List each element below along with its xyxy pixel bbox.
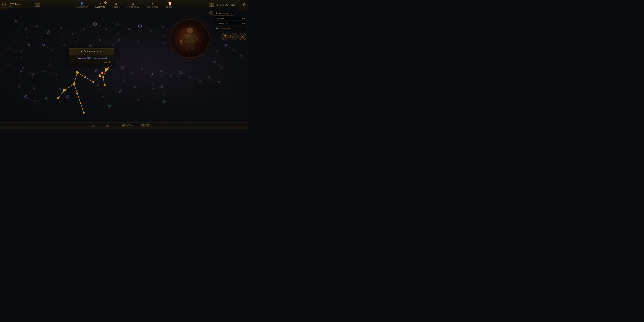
l1-button-badge[interactable]: L1	[35, 4, 40, 6]
svg-point-192	[123, 80, 125, 81]
quests-tab-label: Quests	[166, 6, 174, 8]
svg-point-143	[7, 64, 9, 65]
svg-point-4	[19, 84, 45, 110]
r1-button-badge[interactable]: R1	[209, 4, 214, 6]
weapon-set-1-icon: |	[216, 17, 216, 20]
dex-value: 7	[234, 34, 234, 37]
svg-line-46	[74, 72, 77, 84]
svg-point-160	[189, 76, 191, 78]
svg-line-91	[98, 85, 103, 96]
filter-label: Filter	[131, 125, 136, 127]
tab-passives[interactable]: 1 ✛ Passives	[92, 1, 109, 9]
svg-line-93	[122, 68, 124, 80]
weapon-set-1-row[interactable]: | Weapon Set 2 (2)	[214, 16, 246, 20]
svg-line-35	[8, 64, 21, 71]
svg-point-129	[89, 46, 92, 48]
svg-point-119	[94, 22, 96, 26]
cosmetics-tab-label: Cosmetics	[146, 6, 158, 8]
svg-line-36	[21, 71, 32, 74]
svg-point-195	[138, 99, 139, 100]
skill-points-plus-icon: ✛	[216, 12, 218, 15]
svg-point-101	[25, 28, 26, 30]
svg-line-96	[135, 87, 138, 100]
character-figure	[171, 20, 209, 58]
svg-line-40	[85, 77, 94, 82]
str-value: 40	[224, 34, 226, 37]
svg-line-67	[50, 50, 52, 64]
left-portrait-icon: ☩	[2, 2, 6, 8]
passives-tab-icon: ✛	[99, 2, 102, 6]
svg-line-9	[61, 27, 72, 34]
character-portrait-right: 🗡	[240, 0, 248, 10]
svg-point-164	[76, 71, 78, 74]
svg-line-5	[16, 21, 26, 29]
svg-line-98	[161, 71, 162, 87]
tooltip-info-label: Info	[104, 61, 106, 63]
tooltip-info-key[interactable]: R	[108, 61, 111, 63]
tab-quests[interactable]: 📜 Quests	[162, 1, 178, 9]
svg-line-74	[132, 69, 142, 72]
tab-character[interactable]: 👤 Character	[72, 1, 92, 9]
svg-point-156	[150, 73, 153, 75]
svg-line-48	[77, 94, 80, 103]
svg-line-17	[151, 27, 162, 30]
svg-line-90	[96, 71, 98, 85]
svg-point-167	[99, 74, 101, 77]
tab-inventory[interactable]: ⚙ Inventory	[123, 1, 143, 9]
action-zoom: L2 R2 Zoom	[141, 124, 156, 127]
svg-point-140	[241, 56, 242, 57]
svg-point-200	[108, 105, 111, 108]
search-input[interactable]	[219, 28, 244, 30]
svg-point-177	[57, 98, 59, 99]
action-recenter: △ Recenter	[106, 124, 118, 127]
svg-point-166	[92, 81, 94, 83]
info-icon: i	[211, 12, 212, 14]
action-filter: L1 ☰ Filter	[122, 124, 136, 127]
svg-line-61	[204, 56, 214, 61]
svg-point-173	[76, 92, 78, 94]
l2-zoom-badge: L2	[141, 124, 145, 127]
svg-point-113	[162, 26, 164, 28]
svg-point-162	[208, 76, 210, 78]
svg-point-171	[104, 84, 106, 86]
svg-line-66	[234, 50, 242, 56]
svg-point-207	[185, 34, 191, 38]
svg-point-184	[34, 100, 36, 102]
svg-point-112	[150, 30, 152, 32]
skill-tree-svg[interactable]	[0, 0, 248, 129]
search-box[interactable]: 🔍	[214, 26, 246, 31]
svg-point-104	[60, 26, 62, 28]
dex-label: DEX	[232, 37, 236, 39]
svg-line-99	[162, 87, 164, 102]
tab-cosmetics[interactable]: ✦ Cosmetics	[143, 1, 162, 9]
svg-point-134	[164, 43, 165, 44]
svg-line-25	[72, 34, 77, 50]
svg-point-165	[84, 76, 86, 78]
filter-icon: ☰	[127, 124, 130, 127]
svg-line-11	[84, 24, 95, 29]
svg-point-106	[83, 28, 84, 30]
svg-line-14	[118, 24, 129, 29]
passives-tab-label: Passives	[95, 6, 105, 8]
info-button[interactable]: i	[209, 11, 213, 15]
l1-filter-badge: L1	[122, 124, 126, 127]
svg-point-168	[105, 68, 108, 71]
svg-point-197	[161, 86, 164, 88]
svg-line-85	[26, 96, 36, 102]
svg-line-47	[74, 84, 77, 94]
svg-point-155	[141, 68, 142, 70]
right-portrait-icon: 🗡	[242, 2, 246, 8]
svg-line-81	[200, 77, 209, 80]
player-name: Grog___	[10, 2, 32, 5]
svg-line-51	[58, 90, 64, 98]
skills-tab-icon: ◆	[115, 2, 118, 6]
svg-line-63	[214, 52, 217, 61]
svg-point-176	[63, 89, 66, 91]
svg-point-189	[98, 84, 99, 86]
select-icon: ✕	[92, 124, 95, 127]
weapon-set-2-row[interactable]: || Weapon Set 2 (2)	[214, 21, 246, 25]
tab-skills[interactable]: ◆ Skills	[109, 1, 123, 9]
svg-point-161	[199, 80, 200, 81]
svg-point-199	[46, 97, 48, 100]
svg-line-62	[214, 61, 222, 68]
